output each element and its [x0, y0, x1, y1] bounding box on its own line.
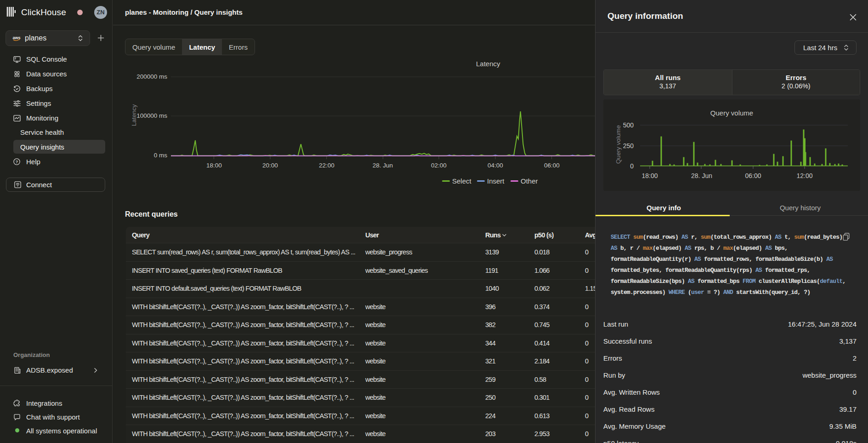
- svg-text:aws: aws: [12, 35, 20, 40]
- svg-text:?: ?: [16, 160, 18, 164]
